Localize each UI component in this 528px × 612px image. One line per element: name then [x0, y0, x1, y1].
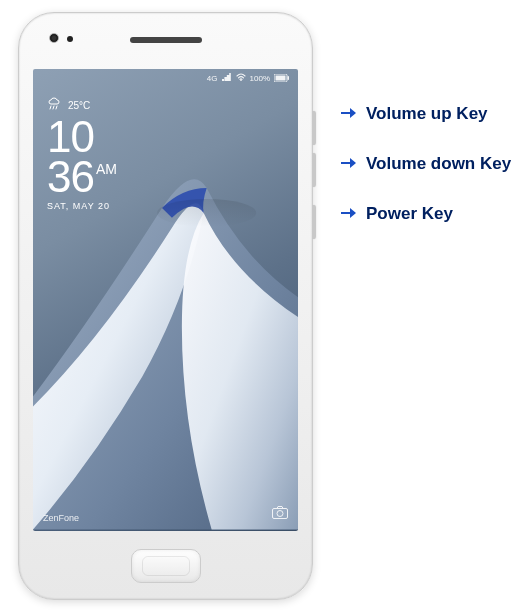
weather-widget: 25°C [47, 97, 90, 113]
status-battery-label: 100% [250, 74, 270, 83]
wifi-icon [236, 73, 246, 83]
svg-line-10 [53, 106, 54, 109]
phone-screen: 4G 100% 25°C 10 36AM SAT, MAY 20 [33, 69, 298, 531]
label-power: Power Key [340, 204, 453, 224]
arrow-right-icon [340, 105, 360, 123]
svg-rect-8 [288, 76, 290, 80]
clock-hours: 10 [47, 117, 117, 157]
weather-temp: 25°C [68, 100, 90, 111]
phone-brand-label: ZenFone [43, 513, 79, 523]
label-power-text: Power Key [366, 204, 453, 224]
clock-date: SAT, MAY 20 [47, 202, 117, 210]
svg-rect-2 [224, 77, 226, 81]
arrow-right-icon [340, 205, 360, 223]
svg-point-13 [277, 511, 283, 517]
battery-icon [274, 74, 290, 82]
label-volume-up: Volume up Key [340, 104, 488, 124]
volume-up-button[interactable] [312, 111, 315, 145]
clock-minutes: 36 [47, 152, 94, 201]
svg-point-0 [157, 199, 256, 227]
svg-line-11 [56, 106, 57, 109]
svg-rect-7 [276, 76, 286, 81]
status-bar: 4G 100% [207, 73, 290, 83]
phone-body: 4G 100% 25°C 10 36AM SAT, MAY 20 [18, 12, 313, 600]
camera-icon[interactable] [272, 505, 288, 523]
signal-icon [222, 73, 232, 83]
label-volume-down: Volume down Key [340, 154, 511, 174]
weather-cloud-rain-icon [47, 97, 63, 113]
svg-rect-3 [226, 75, 228, 81]
svg-point-5 [240, 79, 242, 81]
status-network-label: 4G [207, 74, 218, 83]
label-volume-up-text: Volume up Key [366, 104, 488, 124]
home-button[interactable] [131, 549, 201, 583]
clock-widget: 10 36AM SAT, MAY 20 [47, 117, 117, 210]
arrow-right-icon [340, 155, 360, 173]
power-button[interactable] [312, 205, 315, 239]
label-volume-down-text: Volume down Key [366, 154, 511, 174]
earpiece-row [19, 35, 312, 43]
volume-down-button[interactable] [312, 153, 315, 187]
svg-rect-1 [222, 79, 224, 81]
svg-line-9 [50, 106, 51, 109]
clock-ampm: AM [96, 163, 117, 176]
svg-rect-4 [229, 73, 231, 81]
earpiece-speaker [130, 37, 202, 43]
